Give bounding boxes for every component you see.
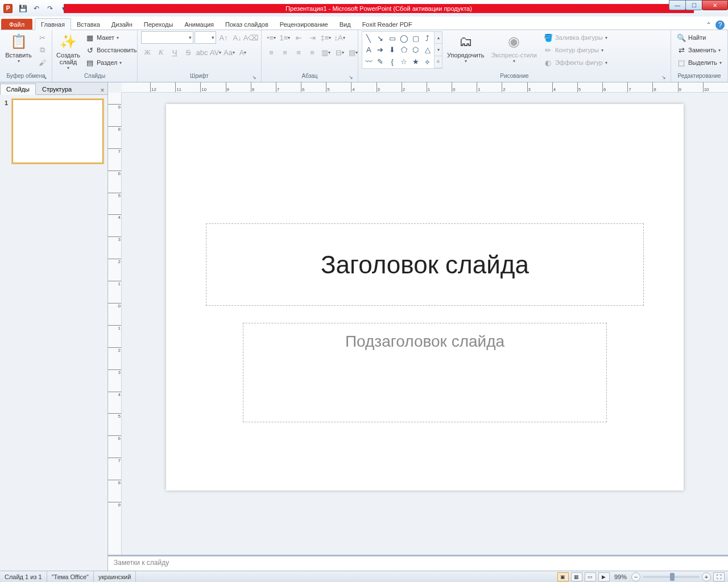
shape-down-arrow-icon[interactable]: ⬇ bbox=[386, 44, 398, 56]
shape-star5-icon[interactable]: ★ bbox=[410, 56, 422, 68]
horizontal-ruler[interactable]: 1211109876543210123456789101112 bbox=[122, 82, 728, 93]
shape-curve-icon[interactable]: 〰 bbox=[363, 56, 375, 68]
fit-to-window-icon[interactable]: ⛶ bbox=[713, 572, 725, 581]
qat-customize-icon[interactable]: ▾ bbox=[58, 3, 69, 14]
shape-text-icon[interactable]: A bbox=[363, 44, 375, 56]
numbering-icon[interactable]: 1≡ bbox=[279, 31, 291, 44]
align-text-icon[interactable]: ⊟ bbox=[333, 46, 346, 59]
redo-icon[interactable]: ↷ bbox=[44, 3, 56, 14]
shape-callout-icon[interactable]: ⟡ bbox=[421, 56, 433, 68]
slide[interactable]: Заголовок слайда Подзаголовок слайда bbox=[166, 104, 684, 490]
zoom-level[interactable]: 99% bbox=[614, 573, 627, 580]
align-left-icon[interactable]: ≡ bbox=[265, 46, 278, 59]
shape-right-arrow-icon[interactable]: ➔ bbox=[375, 44, 387, 56]
shapes-down-icon[interactable]: ▾ bbox=[435, 44, 442, 56]
close-button[interactable]: ✕ bbox=[702, 0, 728, 10]
strikethrough-icon[interactable]: S bbox=[182, 46, 195, 59]
shape-line-icon[interactable]: ╲ bbox=[363, 32, 375, 44]
shape-effects-button[interactable]: ◐Эффекты фигур bbox=[541, 56, 610, 69]
decrease-indent-icon[interactable]: ⇤ bbox=[292, 31, 305, 44]
pane-tab-slides[interactable]: Слайды bbox=[0, 84, 36, 95]
shape-rrect-icon[interactable]: ▢ bbox=[410, 32, 422, 44]
underline-icon[interactable]: Ч bbox=[168, 46, 181, 59]
copy-icon[interactable]: ⧉ bbox=[36, 44, 48, 56]
tab-view[interactable]: Вид bbox=[334, 19, 357, 30]
save-icon[interactable]: 💾 bbox=[17, 3, 28, 14]
shrink-font-icon[interactable]: A↓ bbox=[231, 31, 243, 44]
shadow-icon[interactable]: abc bbox=[196, 46, 208, 59]
reset-button[interactable]: ↺Восстановить bbox=[83, 44, 139, 56]
shape-connector-icon[interactable]: ⤴ bbox=[421, 32, 433, 44]
view-sorter-icon[interactable]: ▦ bbox=[571, 572, 582, 581]
shape-outline-button[interactable]: ✏Контур фигуры bbox=[541, 44, 610, 56]
grow-font-icon[interactable]: A↑ bbox=[217, 31, 230, 44]
increase-indent-icon[interactable]: ⇥ bbox=[306, 31, 318, 44]
clipboard-launcher-icon[interactable]: ↘ bbox=[42, 74, 48, 81]
line-spacing-icon[interactable]: ‡≡ bbox=[320, 31, 332, 44]
undo-icon[interactable]: ↶ bbox=[31, 3, 42, 14]
status-theme[interactable]: "Тема Office" bbox=[47, 571, 94, 582]
paragraph-launcher-icon[interactable]: ↘ bbox=[348, 74, 354, 81]
zoom-thumb[interactable] bbox=[670, 573, 675, 581]
tab-insert[interactable]: Вставка bbox=[71, 19, 106, 30]
bold-icon[interactable]: Ж bbox=[141, 46, 154, 59]
tab-slideshow[interactable]: Показ слайдов bbox=[220, 19, 274, 30]
pane-close-icon[interactable]: × bbox=[97, 86, 107, 94]
app-icon[interactable]: P bbox=[3, 4, 13, 13]
smartart-icon[interactable]: ▧ bbox=[347, 46, 359, 59]
vertical-ruler[interactable]: 9876543210123456789 bbox=[108, 93, 122, 555]
tab-transitions[interactable]: Переходы bbox=[138, 19, 179, 30]
shape-arrow-icon[interactable]: ↘ bbox=[375, 32, 387, 44]
change-case-icon[interactable]: Aa bbox=[223, 46, 235, 59]
shapes-more-icon[interactable]: ≡ bbox=[435, 56, 442, 68]
view-reading-icon[interactable]: ▭ bbox=[585, 572, 596, 581]
font-launcher-icon[interactable]: ↘ bbox=[251, 74, 258, 81]
tab-animations[interactable]: Анимация bbox=[179, 19, 220, 30]
pane-tab-outline[interactable]: Структура bbox=[36, 84, 78, 95]
align-right-icon[interactable]: ≡ bbox=[292, 46, 305, 59]
char-spacing-icon[interactable]: AV bbox=[209, 46, 222, 59]
tab-home[interactable]: Главная bbox=[35, 18, 71, 30]
format-painter-icon[interactable]: 🖌 bbox=[36, 56, 48, 69]
shape-tri-icon[interactable]: △ bbox=[421, 44, 433, 56]
shape-brace-icon[interactable]: { bbox=[386, 56, 398, 68]
shape-rect-icon[interactable]: ▭ bbox=[386, 32, 398, 44]
view-slideshow-icon[interactable]: ▶ bbox=[598, 572, 610, 581]
shape-oval-icon[interactable]: ◯ bbox=[398, 32, 410, 44]
tab-review[interactable]: Рецензирование bbox=[274, 19, 334, 30]
bullets-icon[interactable]: •≡ bbox=[265, 31, 278, 44]
paste-button[interactable]: 📋 Вставить bbox=[3, 31, 34, 65]
shape-hex-icon[interactable]: ⬡ bbox=[410, 44, 422, 56]
shape-star-icon[interactable]: ☆ bbox=[398, 56, 410, 68]
shape-pentagon-icon[interactable]: ⬠ bbox=[398, 44, 410, 56]
tab-foxit[interactable]: Foxit Reader PDF bbox=[357, 19, 418, 30]
shapes-up-icon[interactable]: ▴ bbox=[435, 32, 442, 44]
shapes-gallery[interactable]: ╲ ↘ ▭ ◯ ▢ ⤴ A ➔ ⬇ ⬠ ⬡ △ 〰 ✎ { ☆ ★ bbox=[362, 31, 435, 69]
select-button[interactable]: ⬚Выделить bbox=[675, 56, 724, 69]
tab-file[interactable]: Файл bbox=[1, 19, 32, 30]
tab-design[interactable]: Дизайн bbox=[106, 19, 138, 30]
status-language[interactable]: украинский bbox=[94, 571, 136, 582]
slide-canvas-area[interactable]: Заголовок слайда Подзаголовок слайда bbox=[122, 93, 728, 555]
zoom-in-icon[interactable]: + bbox=[702, 572, 711, 581]
title-placeholder[interactable]: Заголовок слайда bbox=[206, 223, 644, 306]
font-color-icon[interactable]: A bbox=[237, 46, 249, 59]
maximize-button[interactable]: ☐ bbox=[685, 0, 702, 10]
font-family-combo[interactable] bbox=[141, 31, 193, 44]
minimize-button[interactable]: — bbox=[669, 0, 686, 10]
align-center-icon[interactable]: ≡ bbox=[279, 46, 291, 59]
justify-icon[interactable]: ≡ bbox=[306, 46, 318, 59]
shape-fill-button[interactable]: 🪣Заливка фигуры bbox=[541, 31, 610, 44]
status-slide-count[interactable]: Слайд 1 из 1 bbox=[0, 571, 47, 582]
cut-icon[interactable]: ✂ bbox=[36, 31, 48, 44]
find-button[interactable]: 🔍Найти bbox=[675, 31, 724, 44]
zoom-slider[interactable] bbox=[643, 576, 700, 578]
layout-button[interactable]: ▦Макет bbox=[83, 31, 139, 44]
zoom-out-icon[interactable]: − bbox=[631, 572, 640, 581]
quick-styles-button[interactable]: ◉ Экспресс-стили bbox=[489, 31, 539, 65]
drawing-launcher-icon[interactable]: ↘ bbox=[660, 74, 667, 81]
shape-free-icon[interactable]: ✎ bbox=[375, 56, 387, 68]
notes-pane[interactable]: Заметки к слайду bbox=[108, 555, 728, 571]
ribbon-minimize-icon[interactable]: ⌃ bbox=[704, 20, 713, 30]
help-icon[interactable]: ? bbox=[715, 20, 725, 30]
